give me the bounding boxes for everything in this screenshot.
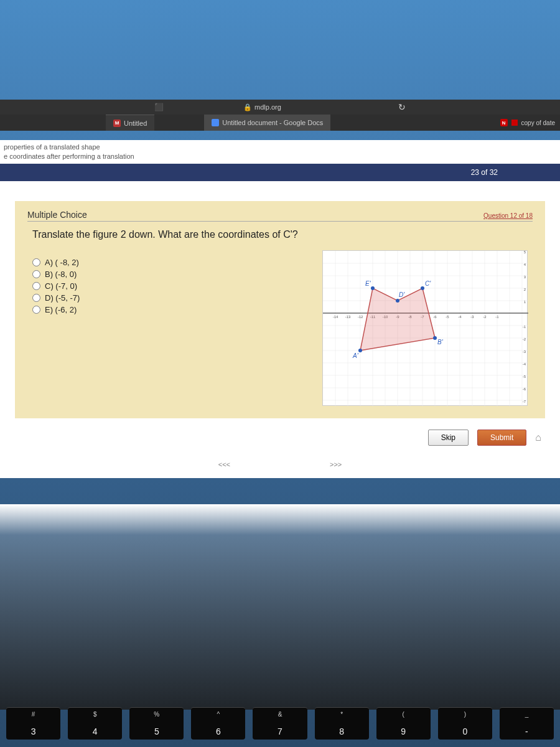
choice-b[interactable]: B) (-8, 0)	[32, 268, 80, 280]
vignette-overlay	[0, 504, 560, 710]
key-8: *8	[315, 707, 369, 740]
svg-text:-5: -5	[446, 315, 449, 319]
progress-text: 23 of 32	[471, 168, 498, 177]
url-bar[interactable]: ⬛ 🔒 mdlp.org ↻	[0, 100, 560, 115]
svg-text:-7: -7	[523, 400, 526, 403]
tab-google-docs[interactable]: Untitled document - Google Docs	[204, 115, 330, 131]
prev-button[interactable]: <<<	[218, 461, 230, 468]
svg-text:-2: -2	[523, 337, 526, 341]
browser-chrome: ⬛ 🔒 mdlp.org ↻ M Untitled Untitled docum…	[0, 100, 560, 131]
radio-d[interactable]	[32, 294, 40, 302]
question-body: A) ( -8, 2) B) (-8, 0) C) (-7, 0) D) (-5…	[32, 250, 528, 406]
nav-arrows: <<< >>>	[0, 451, 560, 478]
svg-text:-1: -1	[495, 315, 499, 319]
key-3: #3	[6, 707, 60, 740]
question-type-label: Multiple Choice	[27, 210, 87, 220]
breadcrumb-line: e coordinates after performing a transla…	[4, 152, 556, 161]
graph-svg: -14-13-12-11-10-9-8-7-6-5-4-3-2-1 54321 …	[323, 251, 528, 406]
submit-button[interactable]: Submit	[477, 430, 526, 446]
key-4: $4	[68, 707, 122, 740]
question-card: Multiple Choice Question 12 of 18 Transl…	[15, 201, 545, 418]
tab-right-label: copy of date	[521, 120, 555, 126]
skip-button[interactable]: Skip	[428, 430, 469, 446]
key-5: %5	[129, 707, 184, 740]
url-host: mdlp.org	[254, 103, 281, 111]
svg-text:-13: -13	[345, 315, 351, 319]
coordinate-graph: -14-13-12-11-10-9-8-7-6-5-4-3-2-1 54321 …	[322, 250, 528, 406]
progress-bar: 23 of 32	[0, 164, 560, 181]
svg-point-58	[421, 286, 424, 290]
svg-text:-4: -4	[458, 315, 462, 319]
svg-text:-3: -3	[470, 315, 474, 319]
radio-e[interactable]	[32, 306, 40, 314]
favicon-doc-icon	[212, 119, 219, 126]
favicon-m-icon: M	[113, 120, 121, 127]
key-0: )0	[438, 707, 492, 740]
svg-text:-1: -1	[523, 325, 526, 329]
svg-text:B': B'	[437, 339, 444, 345]
svg-text:C': C'	[425, 280, 431, 287]
svg-text:-2: -2	[483, 315, 487, 319]
favicon-n-icon: N	[500, 119, 508, 126]
svg-point-59	[396, 299, 399, 303]
breadcrumb: properties of a translated shape e coord…	[0, 140, 560, 164]
page-content: properties of a translated shape e coord…	[0, 140, 560, 478]
physical-keyboard: #3 $4 %5 ^6 &7 *8 (9 )0 _-	[0, 703, 560, 747]
svg-text:-12: -12	[358, 315, 363, 319]
svg-text:E': E'	[365, 280, 371, 287]
tab-row: M Untitled Untitled document - Google Do…	[0, 115, 560, 131]
radio-b[interactable]	[32, 270, 40, 278]
tab-label: Untitled	[124, 120, 147, 127]
choice-label: D) (-5, -7)	[45, 293, 80, 303]
question-prompt: Translate the figure 2 down. What are th…	[32, 229, 528, 240]
svg-text:5: 5	[524, 251, 526, 254]
choice-c[interactable]: C) (-7, 0)	[32, 280, 80, 292]
svg-text:A': A'	[352, 352, 359, 359]
url-display[interactable]: 🔒 mdlp.org	[243, 103, 281, 111]
answer-choices: A) ( -8, 2) B) (-8, 0) C) (-7, 0) D) (-5…	[32, 250, 80, 316]
key-7: &7	[253, 707, 307, 740]
key-dash: _-	[500, 707, 554, 740]
svg-text:-5: -5	[523, 375, 526, 378]
next-button[interactable]: >>>	[330, 461, 342, 468]
choice-e[interactable]: E) (-6, 2)	[32, 304, 80, 316]
svg-point-56	[358, 349, 362, 352]
key-9: (9	[376, 707, 431, 740]
lock-icon: 🔒	[243, 103, 252, 111]
tab-right: N copy of date	[500, 119, 560, 126]
reload-icon[interactable]: ↻	[398, 102, 406, 112]
choice-label: B) (-8, 0)	[45, 270, 77, 279]
red-flag-icon	[511, 120, 518, 126]
svg-text:D': D'	[399, 291, 405, 298]
breadcrumb-line: properties of a translated shape	[4, 143, 556, 152]
shield-icon[interactable]: ⬛	[154, 103, 164, 111]
key-6: ^6	[191, 707, 245, 740]
choice-label: C) (-7, 0)	[45, 281, 77, 291]
svg-point-60	[371, 286, 375, 290]
question-counter[interactable]: Question 12 of 18	[483, 212, 533, 219]
choice-label: E) (-6, 2)	[45, 305, 77, 314]
svg-text:-14: -14	[333, 315, 338, 319]
choice-label: A) ( -8, 2)	[45, 258, 79, 267]
radio-c[interactable]	[32, 282, 40, 290]
bottom-controls: Skip Submit ⌂	[19, 430, 541, 446]
svg-text:-6: -6	[523, 387, 526, 391]
tab-untitled[interactable]: M Untitled	[106, 115, 154, 131]
svg-point-57	[433, 336, 437, 340]
home-icon[interactable]: ⌂	[535, 432, 541, 443]
question-header: Multiple Choice Question 12 of 18	[27, 210, 533, 222]
svg-text:-4: -4	[523, 362, 526, 366]
tab-label: Untitled document - Google Docs	[222, 119, 323, 126]
svg-text:-3: -3	[523, 350, 526, 354]
svg-text:-6: -6	[433, 315, 437, 319]
choice-d[interactable]: D) (-5, -7)	[32, 292, 80, 304]
radio-a[interactable]	[32, 258, 40, 266]
choice-a[interactable]: A) ( -8, 2)	[32, 256, 80, 268]
